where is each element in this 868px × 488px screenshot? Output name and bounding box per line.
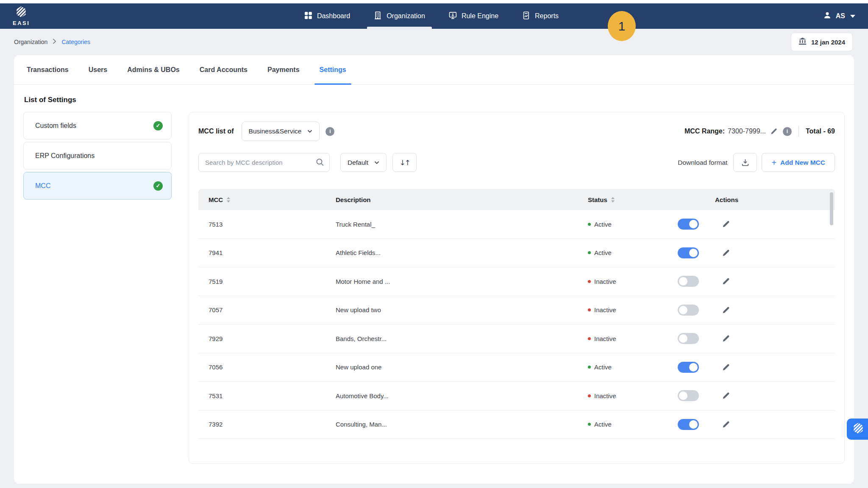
edit-row-button[interactable] bbox=[722, 306, 730, 314]
status-cell: Inactive bbox=[588, 306, 678, 313]
monitor-icon bbox=[449, 11, 457, 21]
edit-row-button[interactable] bbox=[722, 391, 730, 400]
nav-item-dashboard[interactable]: Dashboard bbox=[304, 3, 350, 29]
mcc-range-label: MCC Range: bbox=[684, 128, 725, 135]
status-toggle[interactable] bbox=[678, 390, 699, 401]
status-badge: Active bbox=[594, 221, 612, 228]
tab-admins-ubos[interactable]: Admins & UBOs bbox=[127, 55, 180, 84]
edit-row-button[interactable] bbox=[722, 277, 730, 286]
actions-cell bbox=[678, 247, 835, 258]
mcc-cell: 7392 bbox=[209, 421, 336, 428]
add-new-mcc-button[interactable]: + Add New MCC bbox=[762, 153, 835, 172]
report-icon bbox=[522, 11, 530, 21]
settings-item-erp-configurations[interactable]: ERP Configurations bbox=[23, 142, 172, 169]
status-badge: Active bbox=[594, 363, 612, 371]
table-row: 7392 Consulting, Man... Active bbox=[198, 410, 835, 439]
edit-range-button[interactable] bbox=[770, 128, 778, 135]
floating-widget-button[interactable] bbox=[847, 419, 868, 440]
status-toggle[interactable] bbox=[678, 419, 699, 430]
description-cell: Bands, Orchestr... bbox=[336, 335, 588, 342]
status-toggle[interactable] bbox=[678, 333, 699, 344]
mcc-cell: 7056 bbox=[209, 363, 336, 371]
user-menu[interactable]: AS bbox=[823, 11, 855, 21]
edit-row-button[interactable] bbox=[722, 249, 730, 257]
column-header-actions: Actions bbox=[678, 196, 835, 203]
plus-icon: + bbox=[771, 158, 776, 167]
download-format-label: Download format bbox=[678, 159, 727, 166]
column-header-status[interactable]: Status bbox=[588, 196, 678, 203]
edit-row-button[interactable] bbox=[722, 363, 730, 372]
easi-hexagon-icon bbox=[16, 6, 27, 19]
pencil-icon bbox=[722, 363, 730, 372]
description-cell: Motor Home and ... bbox=[336, 278, 588, 285]
nav-item-label: Organization bbox=[387, 12, 425, 20]
download-icon bbox=[741, 158, 749, 166]
bank-icon bbox=[798, 37, 807, 47]
pencil-icon bbox=[722, 277, 730, 286]
nav-item-label: Reports bbox=[535, 12, 559, 20]
edit-row-button[interactable] bbox=[722, 334, 730, 343]
mcc-list-of-label: MCC list of bbox=[198, 128, 234, 135]
tab-transactions[interactable]: Transactions bbox=[27, 55, 69, 84]
description-cell: Consulting, Man... bbox=[336, 421, 588, 428]
table-scrollbar[interactable] bbox=[830, 192, 833, 225]
breadcrumb-categories[interactable]: Categories bbox=[61, 39, 90, 45]
nav-item-reports[interactable]: Reports bbox=[522, 3, 559, 29]
mcc-range-group: MCC Range: 7300-7999... i Total - 69 bbox=[684, 126, 835, 137]
table-header: MCC Description Status Actions bbox=[198, 189, 835, 210]
edit-row-button[interactable] bbox=[722, 220, 730, 228]
mcc-cell: 7531 bbox=[209, 392, 336, 399]
status-toggle[interactable] bbox=[678, 276, 699, 287]
nav-item-organization[interactable]: Organization bbox=[374, 3, 425, 29]
tab-settings[interactable]: Settings bbox=[320, 55, 346, 84]
status-toggle[interactable] bbox=[678, 305, 699, 316]
building-icon bbox=[374, 11, 382, 21]
column-header-mcc[interactable]: MCC bbox=[209, 196, 336, 203]
status-dot bbox=[588, 337, 591, 340]
search-input[interactable] bbox=[198, 153, 330, 172]
mcc-table: MCC Description Status Actions 7513 Truc… bbox=[198, 189, 835, 439]
description-cell: New upload one bbox=[336, 363, 588, 371]
settings-item-custom-fields[interactable]: Custom fields ✓ bbox=[23, 112, 172, 139]
tab-card-accounts[interactable]: Card Accounts bbox=[200, 55, 248, 84]
status-cell: Active bbox=[588, 249, 678, 256]
sort-direction-button[interactable]: ↓↑ bbox=[392, 153, 417, 172]
sort-arrows-icon: ↓↑ bbox=[399, 158, 410, 167]
actions-cell bbox=[678, 390, 835, 401]
status-toggle[interactable] bbox=[678, 247, 699, 258]
pencil-icon bbox=[722, 391, 730, 400]
info-icon[interactable]: i bbox=[783, 127, 792, 136]
total-count: Total - 69 bbox=[806, 128, 835, 135]
download-button[interactable] bbox=[733, 153, 757, 172]
settings-item-mcc[interactable]: MCC ✓ bbox=[23, 172, 172, 200]
mcc-cell: 7057 bbox=[209, 306, 336, 313]
chevron-down-icon bbox=[307, 130, 312, 133]
status-badge: Inactive bbox=[594, 335, 616, 342]
nav-item-rule-engine[interactable]: Rule Engine bbox=[449, 3, 498, 29]
status-toggle[interactable] bbox=[678, 362, 699, 373]
mcc-cell: 7519 bbox=[209, 278, 336, 285]
status-toggle[interactable] bbox=[678, 219, 699, 230]
breadcrumb-organization[interactable]: Organization bbox=[14, 39, 47, 45]
date-filter-button[interactable]: 12 jan 2024 bbox=[791, 33, 853, 51]
tab-payments[interactable]: Payments bbox=[267, 55, 300, 84]
tab-strip: Transactions Users Admins & UBOs Card Ac… bbox=[14, 55, 854, 85]
edit-row-button[interactable] bbox=[722, 420, 730, 429]
status-cell: Inactive bbox=[588, 392, 678, 399]
toolbar-right: Download format + Add New MCC bbox=[678, 153, 835, 172]
table-row: 7941 Athletic Fields... Active bbox=[198, 239, 835, 268]
description-cell: Automotive Body... bbox=[336, 392, 588, 399]
pencil-icon bbox=[722, 420, 730, 429]
info-icon[interactable]: i bbox=[326, 127, 334, 136]
brand-logo[interactable]: EASI bbox=[13, 6, 30, 26]
tab-users[interactable]: Users bbox=[89, 55, 107, 84]
status-cell: Active bbox=[588, 363, 678, 371]
status-cell: Inactive bbox=[588, 335, 678, 342]
status-dot bbox=[588, 223, 591, 226]
mcc-cell: 7513 bbox=[209, 221, 336, 228]
category-dropdown[interactable]: Business&Service bbox=[242, 122, 320, 141]
sort-order-dropdown[interactable]: Default bbox=[340, 153, 387, 172]
check-circle-icon: ✓ bbox=[153, 121, 163, 130]
pencil-icon bbox=[722, 249, 730, 257]
search-box bbox=[198, 153, 330, 172]
